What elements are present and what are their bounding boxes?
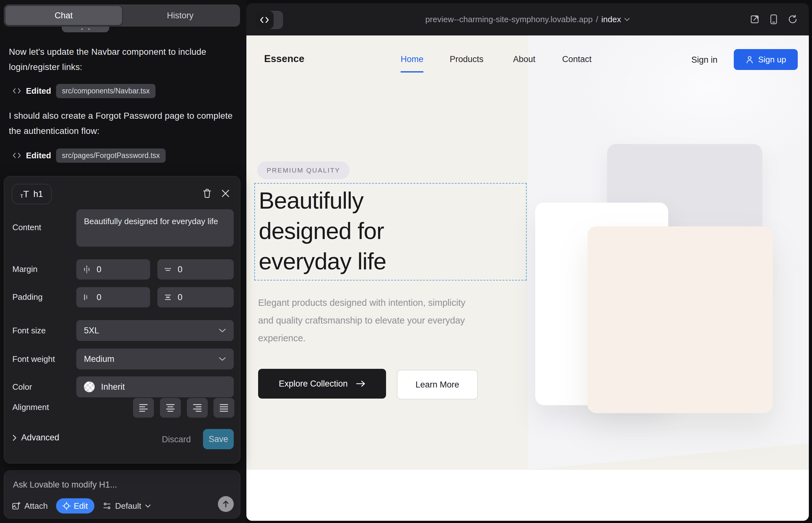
sign-up-button[interactable]: Sign up — [734, 49, 798, 70]
margin-label: Margin — [12, 264, 37, 274]
browser-header: preview--charming-site-symphony.lovable.… — [246, 3, 809, 35]
attach-button[interactable]: Attach — [12, 501, 48, 511]
user-icon — [745, 55, 754, 64]
arrow-right-icon — [356, 380, 366, 387]
code-icon — [13, 87, 21, 94]
preview-browser-frame: preview--charming-site-symphony.lovable.… — [246, 3, 809, 521]
chevron-right-icon — [12, 434, 17, 441]
margin-vertical-value: 0 — [178, 265, 182, 274]
padding-label: Padding — [12, 292, 42, 302]
file-chip[interactable]: src/pages/ForgotPassword.tsx — [56, 148, 165, 163]
font-size-value: 5XL — [84, 326, 99, 336]
typography-icon: тT — [20, 189, 29, 199]
selected-element-chip[interactable]: тT h1 — [12, 184, 52, 204]
chevron-down-icon — [218, 328, 226, 333]
premium-badge: PREMIUM QUALITY — [257, 161, 350, 179]
element-tag: h1 — [34, 189, 43, 199]
font-weight-label: Font weight — [12, 354, 55, 364]
align-justify-button[interactable] — [213, 398, 234, 418]
font-weight-select[interactable]: Medium — [76, 348, 234, 369]
margin-horizontal-input[interactable]: 0 — [76, 259, 150, 279]
refresh-button[interactable] — [788, 15, 797, 24]
chevron-down-icon — [624, 18, 630, 21]
edit-mode-button[interactable]: Edit — [56, 498, 94, 513]
preview-site: Essence Home Products About Contact Sign… — [246, 35, 809, 521]
site-logo[interactable]: Essence — [264, 53, 304, 65]
hero-description: Elegant products designed with intention… — [258, 294, 467, 347]
color-select[interactable]: Inherit — [76, 376, 234, 397]
chevron-down-icon — [145, 504, 151, 508]
url-bar[interactable]: preview--charming-site-symphony.lovable.… — [246, 3, 809, 35]
align-left-button[interactable] — [133, 398, 154, 418]
code-icon — [13, 152, 21, 159]
composer-toolbar: Attach Edit Default — [12, 498, 151, 514]
padding-vertical-input[interactable]: 0 — [157, 287, 234, 307]
discard-button[interactable]: Discard — [162, 435, 191, 445]
margin-horizontal-icon — [83, 265, 91, 273]
edited-label: Edited — [26, 86, 51, 96]
edited-label: Edited — [26, 151, 51, 161]
font-size-label: Font size — [12, 326, 46, 336]
edited-file-row: Edited src/pages/ForgotPassword.tsx — [13, 147, 166, 163]
content-label: Content — [12, 222, 41, 232]
chat-message: I should also create a Forgot Password p… — [9, 108, 235, 139]
mode-label: Default — [115, 501, 141, 511]
font-weight-value: Medium — [84, 354, 114, 364]
nav-link-contact[interactable]: Contact — [562, 54, 592, 64]
arrow-up-icon — [222, 500, 229, 508]
mode-selector[interactable]: Default — [103, 501, 151, 511]
color-swatch — [84, 381, 95, 392]
nav-link-products[interactable]: Products — [450, 54, 483, 64]
chat-panel: Chat History Now let's update the Navbar… — [0, 0, 246, 523]
send-button[interactable] — [218, 496, 234, 512]
prompt-composer: Attach Edit Default — [4, 470, 240, 519]
lovable-workspace: Chat History Now let's update the Navbar… — [0, 0, 812, 523]
explore-collection-button[interactable]: Explore Collection — [258, 369, 386, 399]
element-editor-panel: тT h1 Content Beautifully designed for e… — [4, 176, 240, 464]
advanced-label: Advanced — [21, 433, 59, 443]
content-field[interactable]: Beautifully designed for everyday life — [76, 209, 234, 247]
url-page: index — [601, 15, 621, 24]
edit-label: Edit — [74, 501, 88, 511]
chat-message: Now let's update the Navbar component to… — [9, 44, 235, 75]
align-center-button[interactable] — [160, 398, 181, 418]
nav-link-about[interactable]: About — [513, 54, 535, 64]
target-icon — [63, 502, 71, 510]
margin-horizontal-value: 0 — [96, 265, 101, 274]
file-chip[interactable]: src/components/Navbar.tsx — [56, 84, 155, 98]
open-external-button[interactable] — [750, 15, 759, 24]
attach-label: Attach — [24, 501, 48, 511]
margin-vertical-icon — [164, 265, 172, 273]
color-value: Inherit — [101, 382, 125, 392]
url-host: preview--charming-site-symphony.lovable.… — [425, 15, 593, 24]
close-editor-button[interactable] — [219, 187, 232, 200]
tab-chat[interactable]: Chat — [5, 6, 122, 25]
save-button[interactable]: Save — [203, 429, 234, 449]
url-separator: / — [596, 15, 598, 24]
align-right-button[interactable] — [187, 398, 208, 418]
sliders-icon — [103, 502, 111, 510]
decor-card-cream — [587, 227, 773, 413]
margin-vertical-input[interactable]: 0 — [157, 259, 234, 279]
edited-file-row: Edited src/components/Navbar.tsx — [13, 83, 156, 99]
decorative-wedge — [529, 443, 809, 470]
tab-history[interactable]: History — [122, 6, 239, 25]
mobile-view-button[interactable] — [770, 14, 777, 24]
padding-horizontal-input[interactable]: 0 — [76, 287, 150, 307]
nav-link-home[interactable]: Home — [401, 54, 423, 72]
advanced-toggle[interactable]: Advanced — [12, 433, 59, 443]
chat-history-tabs: Chat History — [4, 4, 240, 26]
prompt-input[interactable] — [13, 478, 228, 492]
delete-element-button[interactable] — [201, 187, 213, 200]
explore-label: Explore Collection — [279, 379, 348, 389]
h1-selection-outline[interactable]: Beautifully designed for everyday life — [254, 183, 527, 281]
font-size-select[interactable]: 5XL — [76, 320, 234, 341]
sign-up-label: Sign up — [758, 55, 786, 65]
learn-more-button[interactable]: Learn More — [397, 370, 478, 399]
padding-horizontal-value: 0 — [96, 292, 101, 302]
sign-in-link[interactable]: Sign in — [691, 55, 718, 65]
color-label: Color — [12, 382, 32, 392]
chevron-down-icon — [218, 357, 226, 361]
hero-heading[interactable]: Beautifully designed for everyday life — [259, 185, 458, 277]
alignment-label: Alignment — [12, 402, 49, 412]
